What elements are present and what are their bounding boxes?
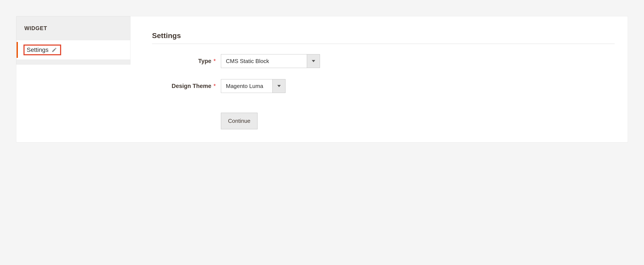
type-label: Type (198, 58, 211, 64)
sidebar-header-label: WIDGET (24, 25, 47, 31)
required-indicator: * (213, 58, 216, 64)
design-theme-select-arrow (272, 79, 285, 93)
required-indicator: * (213, 83, 216, 89)
sidebar-item-settings[interactable]: Settings (16, 40, 130, 60)
continue-button[interactable]: Continue (221, 113, 258, 129)
section-rule (152, 44, 615, 44)
design-theme-select-value: Magento Luma (221, 83, 272, 89)
sidebar-footer (16, 60, 130, 64)
sidebar-item-label: Settings (27, 46, 48, 53)
chevron-down-icon (312, 60, 315, 62)
sidebar-item-highlight: Settings (24, 44, 61, 55)
chevron-down-icon (277, 85, 281, 87)
pencil-icon (52, 47, 57, 53)
design-theme-label-wrap: Design Theme * (152, 83, 221, 89)
type-select-arrow (307, 54, 320, 68)
design-theme-select[interactable]: Magento Luma (221, 79, 286, 93)
content-area: Settings Type * CMS Static Block Design … (130, 16, 628, 142)
design-theme-label: Design Theme (172, 83, 212, 89)
form-row-design-theme: Design Theme * Magento Luma (152, 79, 615, 93)
form-row-type: Type * CMS Static Block (152, 54, 615, 68)
sidebar-body: Settings (16, 40, 130, 60)
continue-button-label: Continue (228, 118, 250, 124)
sidebar-header: WIDGET (16, 16, 130, 40)
section-title: Settings (152, 31, 615, 40)
type-label-wrap: Type * (152, 58, 221, 64)
type-select[interactable]: CMS Static Block (221, 54, 320, 68)
type-select-value: CMS Static Block (221, 58, 307, 64)
widget-panel: WIDGET Settings Settings Type * CMS (16, 16, 628, 142)
sidebar: WIDGET Settings (16, 16, 130, 142)
